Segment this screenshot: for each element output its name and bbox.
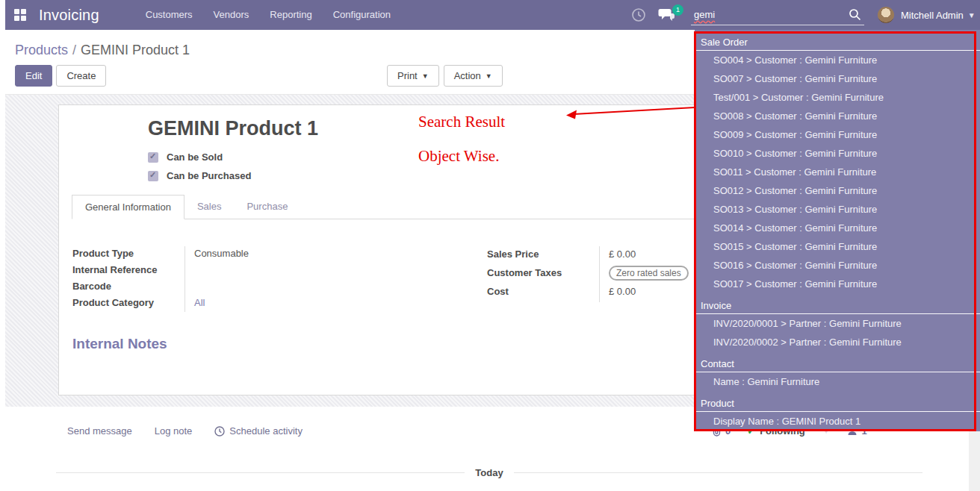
product-type-label: Product Type	[72, 246, 184, 263]
messages-icon[interactable]: 1	[658, 7, 676, 22]
product-type-value: Consumable	[194, 246, 394, 263]
user-menu[interactable]: Mitchell Admin ▼	[878, 0, 976, 30]
search-result-item[interactable]: SO013 > Customer : Gemini Furniture	[695, 200, 980, 219]
search-result-category: Invoice	[695, 293, 980, 314]
search-result-item[interactable]: SO011 > Customer : Gemini Furniture	[695, 163, 980, 181]
breadcrumb-separator: /	[72, 43, 76, 57]
search-query-text: gemi	[691, 9, 849, 20]
cost-value: £ 0.00	[609, 284, 696, 302]
internal-notes-heading: Internal Notes	[72, 336, 167, 352]
search-result-category: Contact	[695, 351, 980, 372]
tab-sales[interactable]: Sales	[184, 195, 235, 219]
search-results-dropdown: Sale Order SO004 > Customer : Gemini Fur…	[695, 30, 980, 431]
search-result-item[interactable]: SO007 > Customer : Gemini Furniture	[695, 69, 980, 88]
edit-button[interactable]: Edit	[15, 65, 52, 87]
can-be-sold-label: Can be Sold	[167, 151, 223, 163]
internal-reference-value	[194, 263, 394, 279]
can-be-sold-checkbox[interactable]	[148, 152, 158, 163]
search-result-section: Product Display Name : GEMINI Product 1	[695, 391, 980, 431]
customer-taxes-label: Customer Taxes	[487, 265, 599, 284]
search-result-item[interactable]: Test/001 > Customer : Gemini Furniture	[695, 88, 980, 107]
field-group-left: Product Type Internal Reference Barcode …	[72, 246, 394, 312]
schedule-activity-button[interactable]: Schedule activity	[214, 425, 303, 437]
tax-badge: Zero rated sales	[609, 266, 689, 281]
breadcrumb: Products/GEMINI Product 1	[15, 43, 190, 58]
top-navbar: Invoicing Customers Vendors Reporting Co…	[5, 0, 980, 30]
search-result-item[interactable]: SO014 > Customer : Gemini Furniture	[695, 219, 980, 237]
search-input[interactable]: gemi	[691, 4, 864, 25]
nav-menu-item[interactable]: Vendors	[203, 0, 260, 30]
nav-menu-item[interactable]: Customers	[135, 0, 203, 30]
search-result-item[interactable]: INV/2020/0001 > Partner : Gemini Furnitu…	[695, 314, 980, 333]
search-result-item[interactable]: INV/2020/0002 > Partner : Gemini Furnitu…	[695, 333, 980, 351]
main-menu: Customers Vendors Reporting Configuratio…	[135, 0, 401, 30]
customer-taxes-value: Zero rated sales	[609, 265, 696, 284]
search-result-category: Product	[695, 391, 980, 412]
search-result-item[interactable]: SO017 > Customer : Gemini Furniture	[695, 275, 980, 293]
print-button[interactable]: Print▼	[387, 65, 439, 87]
search-result-item[interactable]: SO016 > Customer : Gemini Furniture	[695, 256, 980, 275]
search-result-item[interactable]: SO015 > Customer : Gemini Furniture	[695, 237, 980, 256]
chevron-down-icon: ▼	[422, 72, 429, 80]
search-result-item[interactable]: Display Name : GEMINI Product 1	[695, 412, 980, 431]
today-divider: Today	[56, 467, 922, 478]
can-be-sold-row: Can be Sold	[148, 151, 223, 163]
sales-price-value: £ 0.00	[609, 246, 696, 265]
product-title: GEMINI Product 1	[148, 117, 318, 140]
search-result-item[interactable]: Name : Gemini Furniture	[695, 372, 980, 391]
search-icon	[849, 8, 861, 21]
product-category-value[interactable]: All	[194, 295, 394, 312]
chevron-down-icon: ▼	[486, 72, 492, 80]
search-result-item[interactable]: SO012 > Customer : Gemini Furniture	[695, 181, 980, 200]
log-note-button[interactable]: Log note	[155, 425, 193, 437]
product-category-label: Product Category	[72, 295, 184, 312]
avatar	[878, 7, 894, 23]
user-name: Mitchell Admin	[901, 10, 964, 21]
action-button[interactable]: Action▼	[444, 65, 503, 87]
apps-grid-icon[interactable]	[14, 9, 26, 21]
field-group-right: Sales Price Customer Taxes Cost £ 0.00 Z…	[487, 246, 696, 302]
search-result-item[interactable]: SO009 > Customer : Gemini Furniture	[695, 125, 980, 144]
clock-icon	[214, 426, 225, 437]
can-be-purchased-checkbox[interactable]	[148, 171, 158, 181]
message-badge: 1	[672, 4, 683, 16]
barcode-value	[194, 279, 394, 295]
can-be-purchased-label: Can be Purchased	[167, 170, 251, 181]
search-result-category: Sale Order	[695, 30, 980, 51]
search-result-item[interactable]: SO008 > Customer : Gemini Furniture	[695, 107, 980, 125]
app-title[interactable]: Invoicing	[39, 7, 99, 24]
tab-purchase[interactable]: Purchase	[234, 195, 300, 219]
internal-reference-label: Internal Reference	[72, 263, 184, 279]
activities-icon[interactable]	[631, 7, 646, 22]
nav-menu-item[interactable]: Reporting	[259, 0, 322, 30]
sales-price-label: Sales Price	[487, 246, 599, 265]
search-result-section: Contact Name : Gemini Furniture	[695, 351, 980, 391]
can-be-purchased-row: Can be Purchased	[148, 170, 251, 181]
search-result-section: Sale Order SO004 > Customer : Gemini Fur…	[695, 30, 980, 293]
breadcrumb-current: GEMINI Product 1	[81, 43, 190, 57]
send-message-button[interactable]: Send message	[67, 425, 132, 437]
search-result-item[interactable]: SO004 > Customer : Gemini Furniture	[695, 51, 980, 69]
chevron-down-icon: ▼	[968, 11, 976, 19]
cost-label: Cost	[487, 284, 599, 302]
search-result-item[interactable]: SO010 > Customer : Gemini Furniture	[695, 144, 980, 163]
nav-menu-item[interactable]: Configuration	[323, 0, 401, 30]
search-result-section: Invoice INV/2020/0001 > Partner : Gemini…	[695, 293, 980, 351]
today-label: Today	[465, 467, 513, 478]
create-button[interactable]: Create	[56, 65, 106, 87]
breadcrumb-products-link[interactable]: Products	[15, 43, 68, 57]
tab-general-information[interactable]: General Information	[72, 195, 184, 219]
barcode-label: Barcode	[72, 279, 184, 295]
